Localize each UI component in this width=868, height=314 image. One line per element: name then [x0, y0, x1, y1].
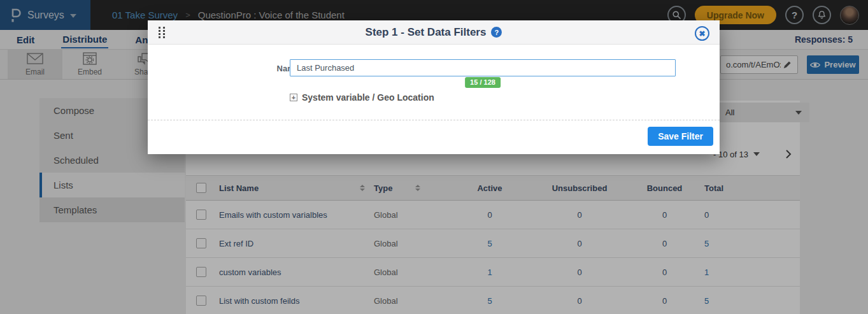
save-filter-button[interactable]: Save Filter: [648, 127, 713, 146]
set-data-filters-modal: Step 1 - Set Data Filters ? ✖ Name 15 / …: [148, 20, 720, 154]
char-counter-badge: 15 / 128: [465, 77, 501, 88]
close-icon: ✖: [699, 29, 705, 38]
system-variable-expander[interactable]: + System variable / Geo Location: [290, 92, 434, 103]
modal-divider: [148, 120, 720, 120]
expander-label: System variable / Geo Location: [302, 92, 434, 103]
drag-handle-icon[interactable]: [159, 27, 165, 39]
app-window: Surveys 01 Take Survey > QuestionPro : V…: [0, 0, 868, 314]
plus-square-icon: +: [290, 94, 297, 101]
modal-header: Step 1 - Set Data Filters ? ✖: [148, 20, 720, 45]
modal-title: Step 1 - Set Data Filters ?: [366, 26, 502, 39]
close-button[interactable]: ✖: [695, 26, 709, 41]
filter-name-input[interactable]: [290, 59, 676, 76]
help-icon[interactable]: ?: [491, 27, 502, 38]
